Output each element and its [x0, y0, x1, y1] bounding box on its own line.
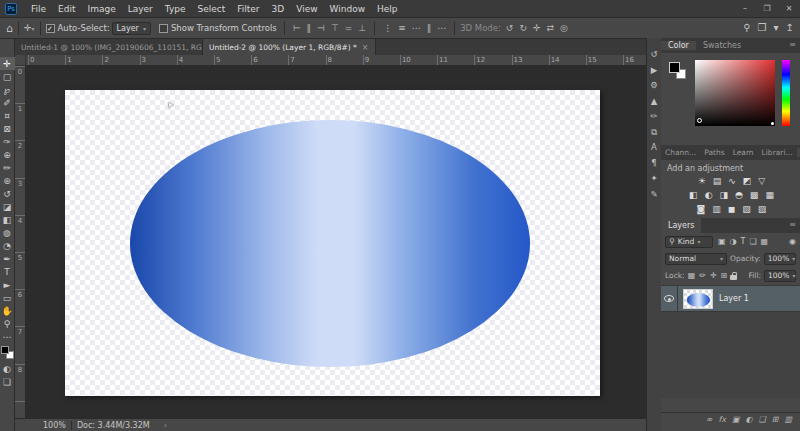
type-tool[interactable]: T [0, 265, 15, 278]
move-tool-icon[interactable]: ✛ [24, 24, 32, 33]
panel-tab[interactable]: Adjustments [797, 148, 800, 157]
eraser-tool[interactable]: ◪ [0, 200, 15, 213]
gradient-tool[interactable]: ◧ [0, 213, 15, 226]
new-adjustment-layer-icon[interactable]: ◐ [746, 415, 753, 424]
layer-effects-icon[interactable]: fx [718, 415, 726, 424]
clone-source-icon[interactable]: ⧉ [651, 128, 657, 137]
healing-brush-tool[interactable]: ⊕ [0, 148, 15, 161]
lock-transparent-icon[interactable]: ▦ [688, 271, 696, 280]
eyedropper-tool[interactable]: ✑ [0, 135, 15, 148]
menu-item[interactable]: Type [159, 4, 192, 14]
invert-icon[interactable]: ◙ [697, 204, 706, 215]
menu-item[interactable]: File [25, 4, 52, 14]
align-right-edges-icon[interactable]: ⊣ [317, 23, 325, 33]
menu-item[interactable]: Filter [231, 4, 265, 14]
notes-icon[interactable]: ✎ [650, 190, 657, 199]
gradient-ellipse[interactable] [130, 120, 530, 367]
distribute-left-icon[interactable]: ⋮ [383, 23, 392, 33]
move-tool[interactable]: ✛ [0, 57, 15, 70]
menu-item[interactable]: Edit [52, 4, 81, 14]
filter-type-layers-icon[interactable]: T [741, 237, 746, 246]
dodge-tool[interactable]: ◔ [0, 239, 15, 252]
3d-rotate-icon[interactable]: ↺ [506, 23, 514, 33]
filter-shape-layers-icon[interactable]: ❏ [749, 237, 756, 246]
link-layers-icon[interactable]: ∞ [706, 415, 713, 424]
actions-icon[interactable]: ▶ [651, 66, 658, 75]
3d-scale-icon[interactable]: ◎ [560, 23, 568, 33]
tab-close-icon[interactable]: × [362, 43, 369, 52]
brush-settings-icon[interactable]: ✏ [650, 112, 657, 121]
paragraph-icon[interactable]: ¶ [651, 159, 656, 168]
align-left-edges-icon[interactable]: ⊢ [293, 23, 301, 33]
posterize-icon[interactable]: ▥ [712, 204, 721, 215]
curves-icon[interactable]: ∿ [728, 176, 736, 187]
foreground-background-swatches[interactable] [669, 62, 686, 79]
panel-tab[interactable]: Learn [729, 148, 758, 157]
choose-workspace-icon[interactable]: ❐ [758, 23, 767, 33]
blend-mode-dropdown[interactable]: Normal ▾ [665, 253, 727, 265]
color-picker-marker[interactable] [697, 118, 702, 123]
layer-name[interactable]: Layer 1 [719, 294, 749, 303]
zoom-level[interactable]: 100% [43, 421, 66, 430]
layer-row[interactable]: Layer 1 [661, 286, 800, 312]
zoom-tool[interactable]: ⚲ [0, 317, 15, 330]
menu-item[interactable]: Window [324, 4, 372, 14]
color-field[interactable] [695, 60, 775, 126]
hue-saturation-icon[interactable]: ◧ [689, 190, 698, 201]
align-vertical-centers-icon[interactable]: = [345, 23, 353, 33]
distribute-center-icon[interactable]: ≡ [398, 23, 406, 33]
panel-tab[interactable]: Librari... [758, 148, 797, 157]
distribute-right-icon[interactable]: ⋯ [412, 23, 421, 33]
restore-button[interactable]: ❐ [756, 4, 778, 13]
filter-pixel-layers-icon[interactable]: ▣ [718, 237, 726, 246]
foreground-background-swatches[interactable] [1, 346, 14, 359]
menu-item[interactable]: Select [191, 4, 231, 14]
crop-tool[interactable]: ¤ [0, 109, 15, 122]
black-white-icon[interactable]: ◨ [719, 190, 728, 201]
panel-menu-icon[interactable]: ≡ [789, 38, 800, 53]
filter-adjustment-layers-icon[interactable]: ◑ [730, 237, 737, 246]
3d-roll-icon[interactable]: ↻ [519, 23, 527, 33]
status-arrow-icon[interactable]: › [164, 421, 167, 430]
frame-tool[interactable]: ⊠ [0, 122, 15, 135]
filter-toggle-icon[interactable]: ◉ [789, 237, 796, 246]
brightness-contrast-icon[interactable]: ☀ [698, 176, 706, 187]
marquee-tool[interactable]: ▢ [0, 70, 15, 83]
close-button[interactable]: ✕ [778, 4, 800, 13]
lock-all-icon[interactable] [730, 275, 737, 280]
panel-tab[interactable]: Swatches [696, 41, 748, 50]
distribute-spacing-icon[interactable]: ∥ [427, 23, 432, 33]
panel-tab[interactable]: Color [661, 41, 696, 50]
properties-icon[interactable]: ⚙ [650, 81, 658, 90]
levels-icon[interactable]: ▤ [713, 176, 722, 187]
menu-item[interactable]: Help [371, 4, 404, 14]
align-bottom-edges-icon[interactable]: ⊥ [358, 23, 366, 33]
color-lookup-icon[interactable]: ▦ [765, 190, 774, 201]
character-icon[interactable]: A [651, 143, 657, 152]
pen-tool[interactable]: ✒ [0, 252, 15, 265]
menu-item[interactable]: View [290, 4, 323, 14]
foreground-color-swatch[interactable] [669, 62, 680, 73]
layer-thumbnail[interactable] [683, 289, 713, 309]
layer-visibility-toggle[interactable] [661, 286, 678, 311]
opacity-dropdown[interactable]: 100% ▾ [764, 253, 796, 265]
ruler-corner[interactable] [15, 55, 26, 66]
new-group-icon[interactable]: ❏ [759, 415, 766, 424]
hand-tool[interactable]: ✋ [0, 304, 15, 317]
align-top-edges-icon[interactable]: ⊤ [331, 23, 339, 33]
document-tab[interactable]: Untitled-2 @ 100% (Layer 1, RGB/8#) * × [203, 39, 376, 55]
quick-selection-tool[interactable]: ✐ [0, 96, 15, 109]
move-tool-caret-icon[interactable]: ▾ [32, 25, 35, 32]
brush-tool[interactable]: ✏ [0, 161, 15, 174]
workspace-caret-icon[interactable]: ▾ [774, 23, 779, 33]
tab-layers[interactable]: Layers [661, 218, 701, 233]
threshold-icon[interactable]: ◼ [728, 204, 735, 215]
filter-smart-objects-icon[interactable]: ▦ [761, 237, 769, 246]
add-layer-mask-icon[interactable]: ▣ [732, 415, 740, 424]
blur-tool[interactable]: ◍ [0, 226, 15, 239]
fill-dropdown[interactable]: 100% ▾ [764, 270, 796, 282]
search-icon[interactable]: ⚲ [743, 23, 750, 33]
selective-color-icon[interactable]: ▨ [758, 204, 767, 215]
document-tab[interactable]: Untitled-1 @ 100% (IMG_20190606_110151, … [15, 39, 203, 55]
3d-drag-icon[interactable]: ✛ [533, 23, 541, 33]
